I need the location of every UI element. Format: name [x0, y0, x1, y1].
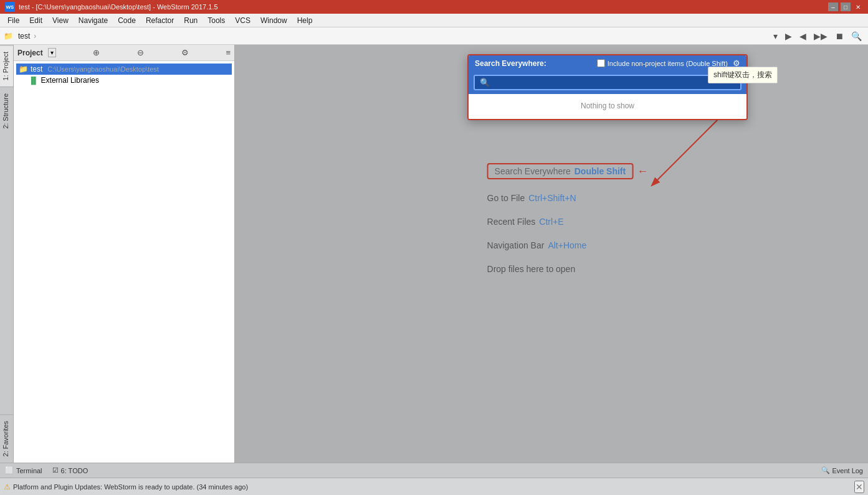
- goto-file-shortcut: Ctrl+Shift+N: [528, 193, 576, 203]
- ws-logo-icon: WS: [5, 2, 15, 12]
- menu-tools[interactable]: Tools: [203, 15, 230, 26]
- terminal-tab[interactable]: ⬜ Terminal: [5, 466, 42, 474]
- breadcrumb[interactable]: test: [18, 32, 30, 40]
- menu-refactor[interactable]: Refactor: [141, 15, 179, 26]
- recent-files-line: Recent Files Ctrl+E: [487, 217, 649, 227]
- menu-navigate[interactable]: Navigate: [74, 15, 113, 26]
- nav-bar: 📁 test › ▾ ▶ ◀ ▶▶ ⏹ 🔍: [0, 27, 868, 45]
- annotation-container: shift键双击，搜索: [708, 67, 778, 83]
- search-everywhere-popup: Search Everywhere: Include non-project i…: [467, 54, 748, 120]
- recent-files-label: Recent Files: [487, 217, 536, 227]
- menu-help[interactable]: Help: [292, 15, 318, 26]
- settings-btn[interactable]: ⚙: [181, 48, 189, 57]
- nav-bar-shortcut: Alt+Home: [548, 240, 586, 250]
- menu-run[interactable]: Run: [179, 15, 203, 26]
- todo-tab[interactable]: ☑ 6: TODO: [52, 466, 88, 474]
- bottom-panel: ⬜ Terminal ☑ 6: TODO 🔍 Event Log: [0, 463, 868, 478]
- search-icon: 🔍: [480, 78, 490, 87]
- event-log-btn[interactable]: 🔍 Event Log: [821, 466, 863, 474]
- dismiss-btn[interactable]: ✕: [854, 481, 864, 493]
- recent-files-shortcut: Ctrl+E: [539, 217, 563, 227]
- tree-item-test[interactable]: 📁 test C:\Users\yangbaoshuai\Desktop\tes…: [16, 64, 232, 75]
- sidebar-item-favorites[interactable]: 2: Favorites: [0, 414, 13, 463]
- project-panel: Project ▾ ⊕ ⊖ ⚙ ≡ 📁 test C:\Users\yangba…: [14, 45, 235, 463]
- more-btn[interactable]: ≡: [226, 48, 231, 57]
- search-results-area: Nothing to show: [469, 94, 746, 119]
- terminal-label: Terminal: [16, 467, 42, 474]
- search-everywhere-label: Search Everywhere: [495, 166, 571, 176]
- drop-files-label: Drop files here to open: [487, 264, 576, 274]
- include-nonproject-label: Include non-project items (Double Shift): [608, 60, 728, 67]
- back-btn[interactable]: ◀: [797, 30, 809, 42]
- event-log-icon: 🔍: [821, 466, 830, 474]
- event-log-label: Event Log: [832, 467, 863, 474]
- todo-icon: ☑: [52, 466, 59, 474]
- maximize-button[interactable]: □: [841, 2, 851, 11]
- search-everywhere-shortcut: Double Shift: [575, 166, 626, 176]
- status-text: Platform and Plugin Updates: WebStorm is…: [13, 483, 852, 491]
- tree-item-ext-label: External Libraries: [41, 76, 99, 85]
- goto-file-label: Go to File: [487, 193, 525, 203]
- window-title: test - [C:\Users\yangbaoshuai\Desktop\te…: [19, 3, 828, 11]
- collapse-btn[interactable]: ⊖: [137, 48, 144, 57]
- run-btn[interactable]: ▶: [783, 30, 794, 42]
- search-everywhere-line: Search Everywhere Double Shift ←: [487, 163, 649, 179]
- editor-area: Search Everywhere: Include non-project i…: [235, 45, 868, 463]
- menu-window[interactable]: Window: [255, 15, 292, 26]
- no-results-text: Nothing to show: [581, 101, 634, 110]
- todo-label: 6: TODO: [61, 467, 88, 474]
- window-controls: – □ ✕: [828, 2, 863, 11]
- left-sidebar-tabs: 1: Project 2: Structure 2: Favorites: [0, 45, 14, 463]
- project-toolbar: Project ▾ ⊕ ⊖ ⚙ ≡: [14, 45, 234, 61]
- search-nav-btn[interactable]: 🔍: [849, 30, 864, 42]
- menu-vcs[interactable]: VCS: [230, 15, 255, 26]
- include-nonproject-checkbox[interactable]: [597, 59, 605, 67]
- search-input[interactable]: [494, 78, 735, 87]
- search-popup-label: Search Everywhere:: [475, 59, 546, 68]
- search-input-wrapper: 🔍: [474, 75, 742, 90]
- title-bar: WS test - [C:\Users\yangbaoshuai\Desktop…: [0, 0, 868, 14]
- close-button[interactable]: ✕: [853, 2, 863, 11]
- tree-item-label: test: [31, 65, 42, 73]
- annotation-box: shift键双击，搜索: [708, 67, 778, 83]
- nav-bar-line: Navigation Bar Alt+Home: [487, 240, 649, 250]
- drop-files-line: Drop files here to open: [487, 264, 649, 274]
- panel-title: Project: [17, 49, 43, 57]
- folder-icon: 📁: [4, 32, 13, 40]
- search-everywhere-box: Search Everywhere Double Shift: [487, 163, 634, 179]
- menu-view[interactable]: View: [47, 15, 74, 26]
- breadcrumb-separator: ›: [34, 32, 36, 40]
- folder-icon: 📁: [19, 65, 28, 73]
- nav-controls: ▾ ▶ ◀ ▶▶ ⏹ 🔍: [771, 30, 864, 42]
- tree-item-external-libraries[interactable]: ▐▌ External Libraries: [26, 75, 232, 86]
- minimize-button[interactable]: –: [828, 2, 838, 11]
- goto-file-line: Go to File Ctrl+Shift+N: [487, 193, 649, 203]
- ext-lib-icon: ▐▌: [29, 77, 39, 84]
- sidebar-item-structure[interactable]: 2: Structure: [0, 87, 13, 135]
- sidebar-item-project[interactable]: 1: Project: [0, 45, 13, 87]
- stop-btn[interactable]: ⏹: [832, 30, 846, 42]
- tree-item-path: C:\Users\yangbaoshuai\Desktop\test: [47, 65, 159, 73]
- content-area: Search Everywhere Double Shift ← Go to F…: [487, 163, 649, 288]
- status-bar: ⚠ Platform and Plugin Updates: WebStorm …: [0, 478, 868, 495]
- arrow-left-icon: ←: [637, 165, 648, 178]
- menu-code[interactable]: Code: [113, 15, 141, 26]
- menu-edit[interactable]: Edit: [24, 15, 47, 26]
- terminal-icon: ⬜: [5, 466, 14, 474]
- dropdown-btn[interactable]: ▾: [771, 30, 780, 42]
- project-tree: 📁 test C:\Users\yangbaoshuai\Desktop\tes…: [14, 61, 234, 463]
- main-layout: 1: Project 2: Structure 2: Favorites Pro…: [0, 45, 868, 463]
- status-warning-icon: ⚠: [4, 483, 11, 491]
- search-popup-header: Search Everywhere: Include non-project i…: [469, 55, 746, 71]
- search-input-area: 🔍: [469, 71, 746, 94]
- menu-bar: File Edit View Navigate Code Refactor Ru…: [0, 14, 868, 27]
- forward-btn[interactable]: ▶▶: [811, 30, 830, 42]
- nav-bar-label: Navigation Bar: [487, 240, 545, 250]
- menu-file[interactable]: File: [2, 15, 24, 26]
- locate-btn[interactable]: ⊕: [93, 48, 100, 57]
- panel-dropdown-btn[interactable]: ▾: [48, 48, 56, 57]
